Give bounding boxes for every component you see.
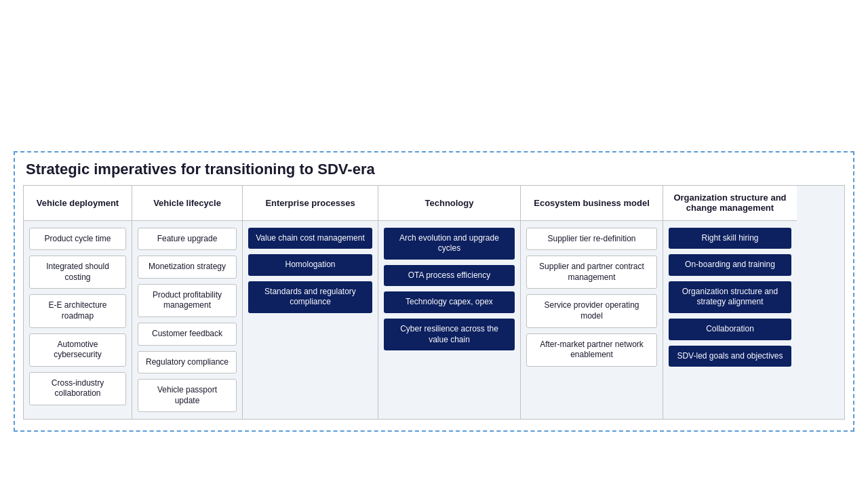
card-item: Supplier tier re-definition bbox=[526, 228, 657, 251]
column-body-ecosystem: Supplier tier re-definitionSupplier and … bbox=[521, 221, 663, 420]
column-body-org: Right skill hiringOn-boarding and traini… bbox=[663, 221, 797, 420]
card-item: After-market partner network enablement bbox=[526, 333, 657, 367]
card-item: E-E architecture roadmap bbox=[29, 294, 126, 327]
card-item: Monetization strategy bbox=[138, 256, 237, 279]
column-enterprise: Enterprise processesValue chain cost man… bbox=[243, 186, 378, 420]
card-item: Service provider operating model bbox=[526, 294, 657, 327]
card-item: Arch evolution and upgrade cycles bbox=[384, 228, 515, 260]
card-item: SDV-led goals and objectives bbox=[669, 346, 791, 367]
column-header-vehicle-lifecycle: Vehicle lifecycle bbox=[132, 186, 242, 221]
card-item: Right skill hiring bbox=[669, 228, 791, 249]
card-item: Technology capex, opex bbox=[384, 291, 515, 313]
column-org: Organization structure and change manage… bbox=[663, 186, 797, 420]
card-item: Customer feedback bbox=[138, 323, 237, 346]
card-item: Standards and regulatory compliance bbox=[248, 281, 372, 313]
card-item: Supplier and partner contract management bbox=[526, 256, 657, 289]
column-header-technology: Technology bbox=[378, 186, 520, 221]
columns-container: Vehicle deploymentProduct cycle timeInte… bbox=[23, 185, 845, 420]
card-item: Organization structure and strategy alig… bbox=[669, 281, 791, 313]
card-item: Regulatory compliance bbox=[138, 351, 237, 374]
card-item: Collaboration bbox=[669, 319, 791, 340]
column-header-enterprise: Enterprise processes bbox=[243, 186, 378, 221]
card-item: Feature upgrade bbox=[138, 228, 237, 251]
card-item: Cross-industry collaboration bbox=[29, 372, 126, 405]
main-container: Strategic imperatives for transitioning … bbox=[14, 151, 854, 432]
column-header-ecosystem: Ecosystem business model bbox=[521, 186, 663, 221]
column-body-vehicle-lifecycle: Feature upgradeMonetization strategyProd… bbox=[132, 221, 242, 420]
column-vehicle-lifecycle: Vehicle lifecycleFeature upgradeMonetiza… bbox=[132, 186, 243, 420]
card-item: Vehicle passport update bbox=[138, 379, 237, 412]
card-item: On-boarding and training bbox=[669, 254, 791, 276]
column-body-enterprise: Value chain cost managementHomologationS… bbox=[243, 221, 378, 420]
card-item: Value chain cost management bbox=[248, 228, 372, 249]
card-item: Cyber resilience across the value chain bbox=[384, 319, 515, 350]
column-ecosystem: Ecosystem business modelSupplier tier re… bbox=[521, 186, 663, 420]
card-item: Product cycle time bbox=[29, 228, 126, 251]
card-item: Product profitability management bbox=[138, 284, 237, 317]
card-item: Integrated should costing bbox=[29, 256, 126, 289]
column-body-vehicle-deployment: Product cycle timeIntegrated should cost… bbox=[24, 221, 132, 420]
column-body-technology: Arch evolution and upgrade cyclesOTA pro… bbox=[378, 221, 520, 420]
card-item: Homologation bbox=[248, 254, 372, 276]
column-vehicle-deployment: Vehicle deploymentProduct cycle timeInte… bbox=[24, 186, 132, 420]
page-title: Strategic imperatives for transitioning … bbox=[23, 161, 845, 178]
column-header-vehicle-deployment: Vehicle deployment bbox=[24, 186, 132, 221]
column-header-org: Organization structure and change manage… bbox=[663, 186, 797, 221]
card-item: OTA process efficiency bbox=[384, 265, 515, 287]
card-item: Automotive cybersecurity bbox=[29, 333, 126, 367]
column-technology: TechnologyArch evolution and upgrade cyc… bbox=[378, 186, 521, 420]
